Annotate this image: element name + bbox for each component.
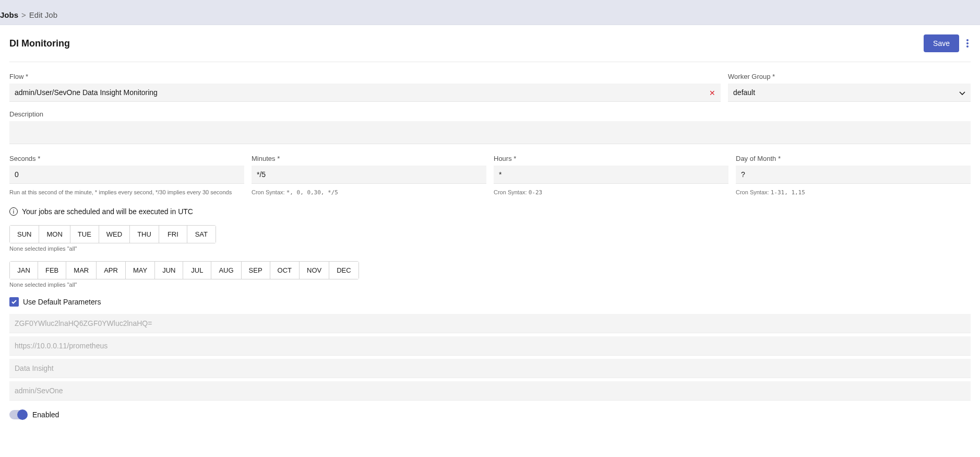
minutes-label: Minutes — [252, 155, 486, 162]
month-toggle-may[interactable]: MAY — [126, 262, 155, 279]
flow-label: Flow — [9, 73, 721, 80]
use-default-params-checkbox[interactable] — [9, 297, 19, 307]
month-toggle-feb[interactable]: FEB — [38, 262, 66, 279]
month-toggle-jun[interactable]: JUN — [155, 262, 183, 279]
worker-group-label: Worker Group — [728, 73, 971, 80]
page-title: DI Monitoring — [9, 38, 70, 49]
minutes-input[interactable] — [252, 166, 486, 184]
month-toggle-dec[interactable]: DEC — [329, 262, 358, 279]
clear-flow-icon[interactable]: ✕ — [709, 89, 715, 97]
dom-input[interactable] — [736, 166, 971, 184]
description-input[interactable] — [9, 121, 971, 144]
month-toggle-nov[interactable]: NOV — [300, 262, 329, 279]
day-toggle-mon[interactable]: MON — [39, 226, 70, 243]
default-param-2 — [9, 359, 971, 378]
seconds-label: Seconds — [9, 155, 244, 162]
days-helper: None selected implies "all" — [9, 245, 971, 252]
default-param-0 — [9, 314, 971, 333]
day-toggle-thu[interactable]: THU — [130, 226, 159, 243]
utc-note-text: Your jobs are scheduled and will be exec… — [22, 207, 193, 216]
minutes-helper: Cron Syntax: *, 0, 0,30, */5 — [252, 189, 486, 196]
hours-helper: Cron Syntax: 0-23 — [494, 189, 728, 196]
day-toggle-wed[interactable]: WED — [99, 226, 130, 243]
flow-input[interactable] — [9, 84, 721, 102]
use-default-params-label: Use Default Parameters — [23, 298, 101, 306]
month-toggle-jul[interactable]: JUL — [183, 262, 211, 279]
seconds-input[interactable] — [9, 166, 244, 184]
chevron-right-icon: > — [21, 10, 26, 19]
month-toggle-sep[interactable]: SEP — [242, 262, 270, 279]
month-toggle-apr[interactable]: APR — [97, 262, 126, 279]
day-toggle-tue[interactable]: TUE — [70, 226, 99, 243]
month-toggle-aug[interactable]: AUG — [211, 262, 241, 279]
day-toggle-sat[interactable]: SAT — [187, 226, 216, 243]
month-toggle-oct[interactable]: OCT — [270, 262, 300, 279]
month-toggle-mar[interactable]: MAR — [66, 262, 97, 279]
default-param-3 — [9, 381, 971, 401]
day-toggle-sun[interactable]: SUN — [10, 226, 39, 243]
days-of-week-group: SUNMONTUEWEDTHUFRISAT — [9, 225, 216, 243]
hours-label: Hours — [494, 155, 728, 162]
months-helper: None selected implies "all" — [9, 282, 971, 288]
breadcrumb-current: Edit Job — [29, 10, 57, 19]
default-param-1 — [9, 336, 971, 356]
month-toggle-jan[interactable]: JAN — [10, 262, 38, 279]
enabled-label: Enabled — [32, 411, 59, 419]
breadcrumb: Jobs > Edit Job — [0, 5, 980, 25]
hours-input[interactable] — [494, 166, 728, 184]
dom-helper: Cron Syntax: 1-31, 1,15 — [736, 189, 971, 196]
months-group: JANFEBMARAPRMAYJUNJULAUGSEPOCTNOVDEC — [9, 261, 359, 279]
info-icon: i — [9, 207, 18, 216]
save-button[interactable]: Save — [924, 34, 959, 52]
description-label: Description — [9, 110, 971, 118]
enabled-toggle[interactable] — [9, 410, 27, 419]
more-actions-icon[interactable] — [964, 37, 971, 50]
breadcrumb-root[interactable]: Jobs — [0, 10, 18, 19]
day-toggle-fri[interactable]: FRI — [159, 226, 187, 243]
worker-group-select[interactable] — [728, 84, 971, 102]
dom-label: Day of Month — [736, 155, 971, 162]
seconds-helper: Run at this second of the minute, * impl… — [9, 189, 244, 195]
